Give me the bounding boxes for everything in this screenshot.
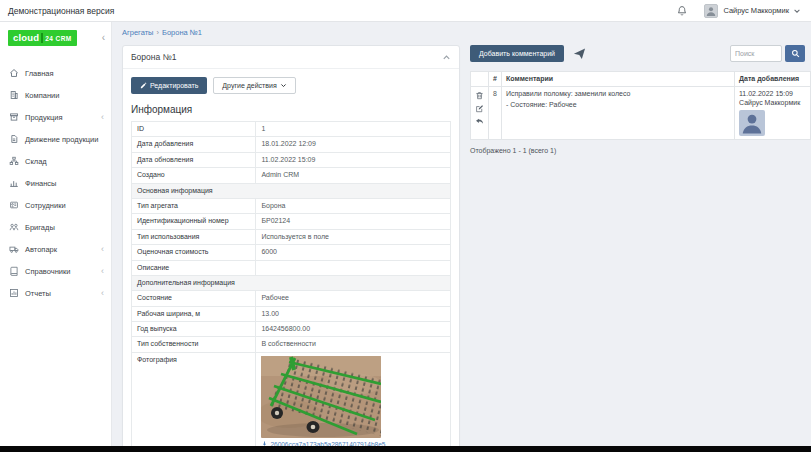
sidebar-item-0[interactable]: Главная bbox=[0, 62, 111, 84]
info-row-label: Дата обновления bbox=[132, 152, 256, 167]
info-row: Тип использованияИспользуется в поле bbox=[132, 229, 451, 244]
info-row-label: Состояние bbox=[132, 291, 256, 306]
trash-icon[interactable] bbox=[475, 91, 484, 100]
logo-text-right: 24 CRM bbox=[45, 35, 71, 42]
info-row-label: Описание bbox=[132, 260, 256, 275]
edit-icon[interactable] bbox=[475, 104, 484, 113]
sidebar-item-4[interactable]: Склад bbox=[0, 150, 111, 172]
app-logo[interactable]: cloud 24 CRM bbox=[8, 30, 77, 46]
reply-icon[interactable] bbox=[475, 117, 484, 126]
add-comment-button[interactable]: Добавить комментарий bbox=[470, 45, 564, 62]
info-row-value: В собственности bbox=[256, 337, 451, 352]
sidebar-item-1[interactable]: Компании bbox=[0, 84, 111, 106]
sidebar-item-2[interactable]: Продукция‹ bbox=[0, 106, 111, 128]
user-menu[interactable]: Сайрус Маккормик bbox=[723, 6, 789, 15]
info-row-value bbox=[256, 260, 451, 275]
sidebar-item-label: Главная bbox=[25, 69, 54, 78]
comment-actions bbox=[471, 87, 489, 140]
date-column-header: Дата добавления bbox=[735, 72, 811, 87]
sidebar-item-3[interactable]: Движение продукции bbox=[0, 128, 111, 150]
avatar bbox=[739, 110, 765, 136]
info-row-label: Год выпуска bbox=[132, 322, 256, 337]
info-row-label: ID bbox=[132, 122, 256, 137]
info-row: Оценочная стоимость6000 bbox=[132, 245, 451, 260]
info-section-row: Дополнительная информация bbox=[132, 275, 451, 290]
comments-header-row: # Комментарии Дата добавления bbox=[471, 72, 811, 87]
info-row-value: Admin CRM bbox=[256, 168, 451, 183]
photo-label: Фотография bbox=[132, 352, 256, 446]
info-row: Год выпуска1642456800.00 bbox=[132, 322, 451, 337]
sidebar-item-5[interactable]: Финансы bbox=[0, 172, 111, 194]
actions-column-header bbox=[471, 72, 489, 87]
search-input[interactable] bbox=[730, 45, 782, 62]
info-row: СостояниеРабочее bbox=[132, 291, 451, 306]
info-row: Идентификационный номерБР02124 bbox=[132, 214, 451, 229]
pencil-icon bbox=[140, 82, 147, 89]
chevron-up-icon[interactable] bbox=[442, 53, 451, 62]
teams-icon bbox=[9, 222, 19, 232]
warehouse-icon bbox=[9, 156, 19, 166]
sidebar-item-6[interactable]: Сотрудники bbox=[0, 194, 111, 216]
sidebar-item-7[interactable]: Бригады bbox=[0, 216, 111, 238]
demo-version-label: Демонстрационная версия bbox=[8, 6, 114, 16]
breadcrumb-separator: › bbox=[156, 28, 159, 37]
detail-card: Борона №1 Редактировать bbox=[122, 45, 460, 446]
sidebar-collapse-icon[interactable]: ‹ bbox=[102, 33, 105, 43]
number-column-header: # bbox=[489, 72, 502, 87]
info-row-value: БР02124 bbox=[256, 214, 451, 229]
breadcrumb-current-link[interactable]: Борона №1 bbox=[162, 28, 202, 37]
sidebar-item-label: Сотрудники bbox=[25, 201, 66, 210]
chevron-left-icon: ‹ bbox=[101, 289, 104, 298]
sidebar-item-label: Бригады bbox=[25, 223, 55, 232]
info-row-value: 1 bbox=[256, 122, 451, 137]
info-row-label: Оценочная стоимость bbox=[132, 245, 256, 260]
bell-icon[interactable] bbox=[676, 5, 688, 17]
sidebar-item-label: Продукция bbox=[25, 113, 63, 122]
sidebar-item-9[interactable]: Справочники‹ bbox=[0, 260, 111, 282]
sidebar-item-10[interactable]: Отчеты‹ bbox=[0, 282, 111, 304]
sidebar-item-label: Склад bbox=[25, 157, 47, 166]
info-row: Рабочая ширина, м13.00 bbox=[132, 306, 451, 321]
chevron-left-icon: ‹ bbox=[101, 113, 104, 122]
chevron-down-icon[interactable] bbox=[793, 7, 801, 15]
breadcrumb-parent-link[interactable]: Агрегаты bbox=[122, 28, 153, 37]
info-row-label: Создано bbox=[132, 168, 256, 183]
info-table: ID1Дата добавления18.01.2022 12:09Дата о… bbox=[131, 121, 451, 446]
info-row-label: Тип собственности bbox=[132, 337, 256, 352]
info-row-label: Тип агрегата bbox=[132, 198, 256, 213]
chevron-left-icon: ‹ bbox=[101, 267, 104, 276]
sidebar-item-8[interactable]: Автопарк‹ bbox=[0, 238, 111, 260]
breadcrumb: Агрегаты›Борона №1 bbox=[122, 28, 811, 37]
comments-section: Добавить комментарий bbox=[470, 45, 811, 154]
products-icon bbox=[9, 112, 19, 122]
info-heading: Информация bbox=[131, 104, 451, 115]
info-row: Тип агрегатаБорона bbox=[132, 198, 451, 213]
info-row: СозданоAdmin CRM bbox=[132, 168, 451, 183]
info-row-label: Дата добавления bbox=[132, 137, 256, 152]
sidebar-item-label: Движение продукции bbox=[25, 135, 98, 144]
info-row-value: 1642456800.00 bbox=[256, 322, 451, 337]
companies-icon bbox=[9, 90, 19, 100]
topbar: Демонстрационная версия Сайрус Маккормик bbox=[0, 0, 811, 22]
comments-table: # Комментарии Дата добавления 8Исправили… bbox=[470, 71, 811, 140]
info-row-value: 13.00 bbox=[256, 306, 451, 321]
info-section-label: Основная информация bbox=[132, 183, 451, 198]
logo-divider bbox=[41, 33, 43, 43]
edit-button[interactable]: Редактировать bbox=[131, 77, 207, 94]
comments-column-header: Комментарии bbox=[502, 72, 735, 87]
other-actions-button[interactable]: Другие действия bbox=[213, 77, 295, 94]
info-row-value: Используется в поле bbox=[256, 229, 451, 244]
avatar[interactable] bbox=[704, 4, 718, 18]
info-row-label: Тип использования bbox=[132, 229, 256, 244]
info-row-value: Рабочее bbox=[256, 291, 451, 306]
main-content: Агрегаты›Борона №1 Борона №1 bbox=[112, 22, 811, 446]
sidebar-item-label: Компании bbox=[25, 91, 59, 100]
info-row: ID1 bbox=[132, 122, 451, 137]
product-movement-icon bbox=[9, 134, 19, 144]
sidebar-item-label: Отчеты bbox=[25, 289, 51, 298]
search-button[interactable] bbox=[785, 45, 805, 62]
reports-icon bbox=[9, 288, 19, 298]
sidebar-item-label: Справочники bbox=[25, 267, 70, 276]
comment-date: 11.02.2022 15:09 bbox=[739, 90, 806, 98]
send-icon[interactable] bbox=[573, 47, 586, 60]
